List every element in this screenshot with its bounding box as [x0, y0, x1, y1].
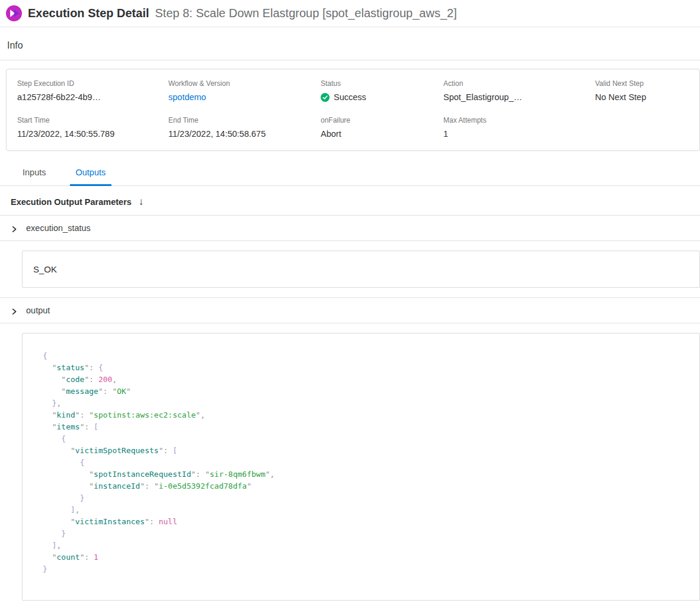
tab-inputs[interactable]: Inputs	[17, 164, 52, 185]
info-section-label: Info	[0, 27, 700, 60]
param-toggle-execution-status[interactable]: execution_status	[0, 216, 700, 241]
field-valid-next-step: Valid Next Step No Next Step	[595, 79, 689, 102]
field-value: 1	[443, 129, 595, 139]
field-label: onFailure	[321, 116, 443, 124]
field-value: 11/23/2022, 14:50:55.789	[17, 129, 168, 139]
field-value: 11/23/2022, 14:50:58.675	[168, 129, 321, 139]
field-onfailure: onFailure Abort	[321, 116, 443, 139]
field-step-execution-id: Step Execution ID a125728f-6b22-4b9…	[17, 79, 168, 102]
field-label: Status	[321, 79, 443, 88]
field-status: Status Success	[321, 79, 443, 102]
field-value: a125728f-6b22-4b9…	[17, 92, 168, 102]
field-label: Valid Next Step	[595, 79, 689, 88]
field-label: Max Attempts	[443, 116, 595, 124]
output-json-viewer: { "status": { "code": 200, "message": "O…	[43, 350, 693, 575]
page-title: Execution Step Detail	[28, 7, 149, 20]
field-workflow-version: Workflow & Version spotdemo	[168, 79, 321, 102]
params-title: Execution Output Parameters	[11, 197, 132, 207]
download-arrow-icon[interactable]: ↓	[139, 197, 144, 207]
tab-bar: Inputs Outputs	[0, 164, 700, 186]
tab-outputs[interactable]: Outputs	[70, 164, 112, 186]
field-label: End Time	[168, 116, 321, 124]
field-value: Spot_Elastigroup_…	[443, 92, 595, 102]
field-start-time: Start Time 11/23/2022, 14:50:55.789	[17, 116, 168, 139]
workflow-link[interactable]: spotdemo	[168, 92, 321, 102]
field-value: No Next Step	[595, 92, 689, 102]
execution-status-value: S_OK	[33, 264, 57, 274]
field-action: Action Spot_Elastigroup_…	[443, 79, 595, 102]
params-header: Execution Output Parameters ↓	[0, 186, 700, 216]
info-card: Step Execution ID a125728f-6b22-4b9… Wor…	[6, 69, 700, 151]
field-value: Abort	[321, 129, 443, 139]
status-badge: Success	[334, 92, 366, 102]
param-name: output	[26, 306, 50, 315]
field-label: Step Execution ID	[17, 79, 168, 88]
chevron-right-icon	[11, 224, 18, 232]
execution-status-value-box: S_OK	[22, 251, 700, 288]
param-name: execution_status	[26, 223, 91, 233]
page-subtitle: Step 8: Scale Down Elastgroup [spot_elas…	[155, 7, 457, 20]
output-json-box: { "status": { "code": 200, "message": "O…	[22, 333, 700, 601]
field-label: Workflow & Version	[168, 79, 321, 88]
field-label: Start Time	[17, 116, 168, 124]
app-logo-icon	[6, 5, 22, 21]
field-end-time: End Time 11/23/2022, 14:50:58.675	[168, 116, 321, 139]
field-label: Action	[443, 79, 595, 88]
chevron-right-icon	[11, 307, 18, 314]
success-check-icon	[321, 93, 330, 102]
field-max-attempts: Max Attempts 1	[443, 116, 595, 139]
param-toggle-output[interactable]: output	[0, 297, 700, 323]
top-bar: Execution Step Detail Step 8: Scale Down…	[0, 0, 700, 27]
